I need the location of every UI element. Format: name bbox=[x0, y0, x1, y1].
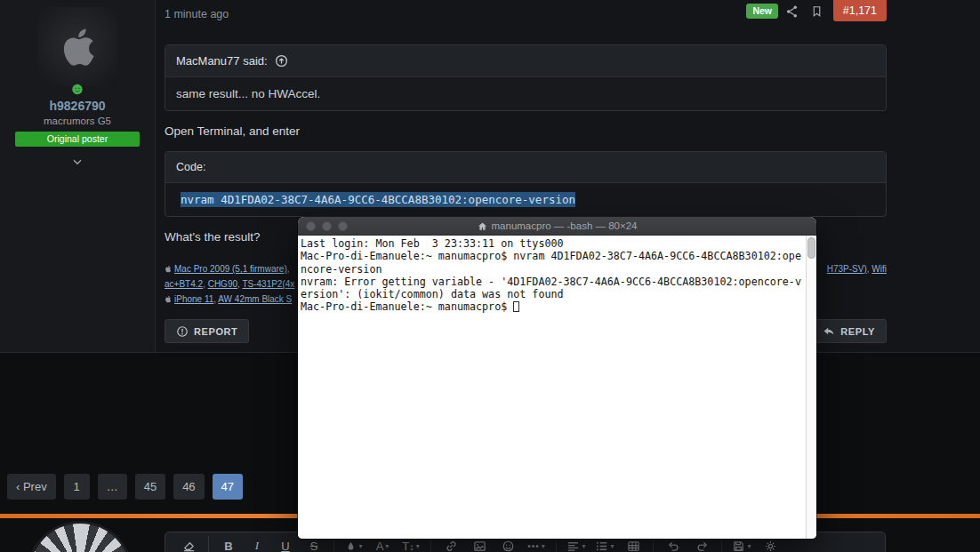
terminal-titlebar[interactable]: manumacpro — -bash — 80×24 bbox=[298, 217, 816, 236]
terminal-line: Last login: Mon Feb 3 23:33:11 on ttys00… bbox=[301, 237, 806, 250]
author-avatar[interactable] bbox=[38, 7, 117, 86]
terminal-line: Mac-Pro-di-Emanuele:~ manumacpro$ bbox=[301, 300, 806, 313]
reply-button[interactable]: REPLY bbox=[811, 319, 887, 343]
scrollbar-thumb[interactable] bbox=[807, 237, 815, 259]
page-navigation: ‹ Prev1…454647 bbox=[7, 474, 243, 500]
signature-text: , bbox=[287, 264, 290, 274]
zoom-window-button[interactable] bbox=[338, 221, 348, 231]
signature-link[interactable]: TS-431P2(4x bbox=[242, 279, 294, 289]
signature-link[interactable]: Mac Pro 2009 (5,1 firmware) bbox=[174, 264, 287, 274]
signature-link[interactable]: ac+BT4.2 bbox=[165, 279, 203, 289]
reply-button-label: REPLY bbox=[840, 326, 875, 337]
terminal-line: Mac-Pro-di-Emanuele:~ manumacpro$ nvram … bbox=[301, 250, 806, 262]
editor-underline-button[interactable]: U bbox=[275, 536, 296, 552]
dropdown-caret-icon: ▾ bbox=[610, 542, 614, 550]
author-user-title: macrumors G5 bbox=[0, 116, 155, 126]
go-to-quoted-post-button[interactable] bbox=[275, 54, 288, 68]
signature-link[interactable]: H73P-SV) bbox=[827, 264, 867, 274]
quote-attribution: MacManu77 said: bbox=[176, 54, 268, 68]
report-icon bbox=[176, 325, 189, 338]
terminal-line: nvram: Error getting variable - '4D1FDA0… bbox=[301, 276, 806, 288]
report-button[interactable]: REPORT bbox=[165, 319, 249, 343]
pagination-page-1-button[interactable]: 1 bbox=[64, 474, 90, 500]
code-block-header: Code: bbox=[165, 152, 886, 183]
home-folder-icon bbox=[478, 221, 487, 231]
online-status-icon bbox=[72, 83, 84, 94]
dropdown-caret-icon: ▾ bbox=[385, 542, 389, 550]
author-username[interactable]: h9826790 bbox=[0, 99, 155, 113]
dropdown-caret-icon: ▾ bbox=[416, 542, 420, 550]
toolbar-group bbox=[169, 536, 209, 552]
apple-logo-icon bbox=[60, 25, 97, 69]
terminal-window[interactable]: manumacpro — -bash — 80×24 Last login: M… bbox=[298, 217, 816, 539]
code-block: Code: nvram 4D1FDA02-38C7-4A6A-9CC6-4BCC… bbox=[165, 151, 887, 217]
pagination-page-45-button[interactable]: 45 bbox=[135, 474, 165, 500]
apple-icon bbox=[165, 263, 172, 277]
terminal-scrollbar[interactable] bbox=[806, 236, 816, 539]
bookmark-icon bbox=[811, 4, 823, 19]
dropdown-caret-icon: ▾ bbox=[747, 542, 751, 550]
terminal-line: ncore-version bbox=[301, 263, 806, 276]
reply-arrow-icon bbox=[823, 325, 835, 338]
terminal-line: ersion': (iokit/common) data was not fou… bbox=[301, 288, 806, 300]
signature-link[interactable]: AW 42mm Black S bbox=[218, 294, 292, 304]
terminal-window-title: manumacpro — -bash — 80×24 bbox=[492, 220, 638, 231]
dropdown-caret-icon: ▾ bbox=[358, 542, 362, 550]
post-author-sidebar: h9826790 macrumors G5 Original poster bbox=[0, 0, 156, 352]
editor-remove-format-button[interactable] bbox=[178, 536, 199, 552]
pagination-page-46-button[interactable]: 46 bbox=[173, 474, 204, 500]
next-post-avatar[interactable] bbox=[29, 524, 131, 552]
chevron-down-icon bbox=[70, 156, 84, 168]
report-button-label: REPORT bbox=[194, 326, 237, 337]
quote-body: same result... no HWAccel. bbox=[165, 77, 886, 110]
pagination-page-47-button[interactable]: 47 bbox=[213, 474, 243, 500]
minimize-window-button[interactable] bbox=[322, 221, 332, 231]
editor-bold-button[interactable]: B bbox=[218, 536, 239, 552]
original-poster-badge: Original poster bbox=[15, 132, 140, 147]
dropdown-caret-icon: ▾ bbox=[542, 542, 545, 550]
pagination-ellipsis-button[interactable]: … bbox=[98, 474, 127, 500]
new-badge[interactable]: New bbox=[746, 4, 778, 19]
code-block-body: nvram 4D1FDA02-38C7-4A6A-9CC6-4BCCA8B301… bbox=[165, 183, 886, 216]
share-icon bbox=[785, 4, 799, 19]
quote-header: MacManu77 said: bbox=[165, 45, 886, 77]
expand-user-info-button[interactable] bbox=[70, 156, 84, 171]
editor-italic-button[interactable]: I bbox=[246, 536, 268, 552]
terminal-output[interactable]: Last login: Mon Feb 3 23:33:11 on ttys00… bbox=[298, 236, 806, 539]
dropdown-caret-icon: ▾ bbox=[582, 542, 585, 550]
close-window-button[interactable] bbox=[306, 221, 316, 231]
arrow-up-circle-icon bbox=[275, 54, 288, 68]
post-number-link[interactable]: #1,171 bbox=[833, 0, 887, 21]
post-timestamp[interactable]: 1 minute ago bbox=[165, 8, 229, 20]
signature-link[interactable]: Wifi bbox=[872, 264, 887, 274]
code-content-selected: nvram 4D1FDA02-38C7-4A6A-9CC6-4BCCA8B301… bbox=[181, 192, 575, 207]
window-controls bbox=[306, 221, 348, 231]
pagination-prev-button[interactable]: ‹ Prev bbox=[7, 474, 56, 500]
quote-block: MacManu77 said: same result... no HWAcce… bbox=[165, 44, 887, 111]
bookmark-button[interactable] bbox=[811, 4, 823, 21]
share-button[interactable] bbox=[785, 4, 799, 21]
signature-link[interactable]: CHG90 bbox=[208, 279, 237, 289]
apple-icon bbox=[165, 293, 172, 308]
post-paragraph: Open Terminal, and enter bbox=[165, 124, 300, 138]
signature-link[interactable]: iPhone 11 bbox=[174, 294, 213, 304]
post-paragraph: What's the result? bbox=[165, 230, 261, 244]
terminal-cursor bbox=[513, 301, 519, 312]
